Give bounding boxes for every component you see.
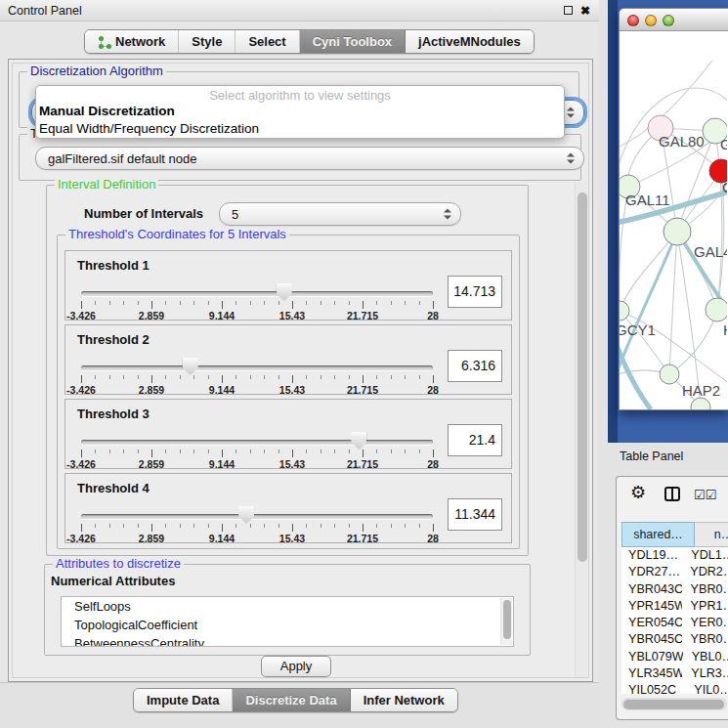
list-scrollbar-thumb[interactable] <box>503 600 511 639</box>
popup-option-equal-width-frequency[interactable]: Equal Width/Frequency Discretization <box>36 120 564 138</box>
control-panel-titlebar[interactable]: Control Panel <box>0 0 599 21</box>
combo-spinner-icon[interactable] <box>444 209 451 220</box>
table-row[interactable]: YPR145WYPR1… <box>621 598 728 615</box>
tab-label: Network <box>115 34 165 49</box>
slider-thumb[interactable] <box>351 432 366 450</box>
threshold-value-field[interactable]: 21.4 <box>448 424 502 456</box>
zoom-traffic-icon[interactable] <box>663 15 674 26</box>
minimize-traffic-icon[interactable] <box>645 15 657 26</box>
tick-mark <box>222 301 223 309</box>
list-scrollbar[interactable] <box>500 598 512 645</box>
slider-track[interactable] <box>81 365 433 370</box>
tab-cyni-toolbox[interactable]: Cyni Toolbox <box>300 30 406 53</box>
threshold-panel-1: Threshold 1-3.4262.8599.14415.4321.71528… <box>64 250 512 321</box>
node-gal4[interactable] <box>664 218 691 245</box>
tick-mark <box>433 450 434 457</box>
threshold-value-field[interactable]: 6.316 <box>448 350 502 382</box>
slider-track[interactable] <box>81 291 433 296</box>
panel-scrollbar[interactable] <box>575 183 587 677</box>
number-of-intervals-combobox[interactable]: 5 <box>219 202 461 226</box>
tab-impute-data[interactable]: Impute Data <box>134 689 233 711</box>
cell-shared-name: YER054C <box>621 615 682 631</box>
checkbox-icons[interactable] <box>694 488 716 502</box>
tick-mark <box>193 301 194 305</box>
tick-mark <box>391 301 392 305</box>
combo-spinner-icon[interactable] <box>567 153 575 164</box>
horizontal-scrollbar-thumb[interactable] <box>623 700 724 709</box>
tick-mark <box>222 524 223 532</box>
list-item[interactable]: SelfLoops <box>62 597 513 616</box>
list-item[interactable]: TopologicalCoefficient <box>62 616 513 634</box>
tick-mark <box>81 301 82 309</box>
node-label: GCY1 <box>620 321 656 338</box>
tick-mark <box>180 450 181 453</box>
threshold-value-field[interactable]: 11.344 <box>448 498 502 531</box>
close-traffic-icon[interactable] <box>627 15 639 26</box>
tab-jactivemnodules[interactable]: jActiveMNodules <box>406 30 534 53</box>
network-graph[interactable]: GAL80 GA C GAL11 GAL4 GCY1 H HAP2 <box>620 31 727 409</box>
threshold-slider[interactable]: -3.4262.8599.14415.4321.71528 <box>81 508 433 543</box>
tick-mark <box>109 524 110 528</box>
column-header-shared[interactable]: shared… <box>621 522 695 547</box>
slider-thumb[interactable] <box>238 506 254 524</box>
network-view-window[interactable]: GAL80 GA C GAL11 GAL4 GCY1 H HAP2 <box>619 8 728 410</box>
network-nodes[interactable] <box>620 115 727 409</box>
table-row[interactable]: YDR27…YDR2… <box>621 564 728 580</box>
node-gcy1[interactable] <box>620 301 629 321</box>
tab-select[interactable]: Select <box>236 30 299 53</box>
gear-icon[interactable] <box>630 482 646 503</box>
slider-tick-labels: -3.4262.8599.14415.4321.71528 <box>81 310 433 321</box>
tick-mark <box>109 450 110 453</box>
slider-track[interactable] <box>81 514 433 519</box>
table-row[interactable]: YBR043CYBR0… <box>621 581 728 598</box>
node-right[interactable] <box>706 298 727 321</box>
tick-mark <box>321 524 321 528</box>
combo-spinner-icon[interactable] <box>567 107 575 118</box>
split-columns-icon[interactable] <box>664 487 680 501</box>
slider-thumb[interactable] <box>277 283 292 301</box>
column-header-name[interactable]: n… <box>695 522 728 547</box>
popup-option-manual-discretization[interactable]: Manual Discretization <box>36 103 564 120</box>
tick-mark <box>391 375 392 379</box>
node-label: H <box>723 321 727 338</box>
table-data-combobox[interactable]: galFiltered.sif default node <box>35 147 584 170</box>
tick-label: -3.426 <box>66 533 96 544</box>
tick-label: 9.144 <box>209 458 235 470</box>
tab-network[interactable]: Network <box>85 30 179 53</box>
node-hap2[interactable] <box>660 364 679 384</box>
slider-track[interactable] <box>81 440 433 445</box>
tick-mark <box>376 375 377 379</box>
slider-thumb[interactable] <box>183 358 198 375</box>
table-row[interactable]: YLR345WYLR3… <box>621 665 728 682</box>
tab-discretize-data[interactable]: Discretize Data <box>233 689 350 711</box>
tick-mark <box>180 375 181 379</box>
tab-style[interactable]: Style <box>179 30 236 53</box>
network-window-titlebar[interactable] <box>620 9 728 31</box>
threshold-value-field[interactable]: 14.713 <box>448 276 502 308</box>
table-row[interactable]: YBR045CYBR0… <box>621 631 728 648</box>
threshold-slider[interactable]: -3.4262.8599.14415.4321.71528 <box>81 434 433 469</box>
threshold-slider[interactable]: -3.4262.8599.14415.4321.71528 <box>81 285 433 321</box>
float-window-icon[interactable] <box>564 6 573 15</box>
panel-scrollbar-thumb[interactable] <box>578 193 587 562</box>
tick-mark <box>292 450 293 457</box>
numerical-attributes-list[interactable]: SelfLoopsTopologicalCoefficientBetweenne… <box>61 596 514 647</box>
tab-infer-network[interactable]: Infer Network <box>351 689 457 711</box>
table-row[interactable]: YIL052CYIL0… <box>621 682 728 694</box>
tab-label: Discretize Data <box>245 693 336 707</box>
network-canvas[interactable]: GAL80 GA C GAL11 GAL4 GCY1 H HAP2 <box>620 31 728 409</box>
tick-mark <box>123 375 124 379</box>
table-row[interactable]: YBL079WYBL0… <box>621 649 728 665</box>
slider-tick-labels: -3.4262.8599.14415.4321.71528 <box>81 533 433 544</box>
apply-button[interactable]: Apply <box>261 656 331 677</box>
table-row[interactable]: YDL19…YDL1… <box>621 547 728 564</box>
threshold-slider[interactable]: -3.4262.8599.14415.4321.71528 <box>81 360 433 395</box>
tick-label: 2.859 <box>139 384 164 396</box>
close-icon[interactable] <box>580 4 590 18</box>
horizontal-scrollbar[interactable] <box>621 698 727 710</box>
table-row[interactable]: YER054CYER0… <box>621 615 728 631</box>
list-item[interactable]: BetweennessCentrality <box>62 634 513 647</box>
tick-mark <box>165 375 166 379</box>
node-label: C <box>722 179 727 195</box>
slider-ticks <box>81 524 433 533</box>
